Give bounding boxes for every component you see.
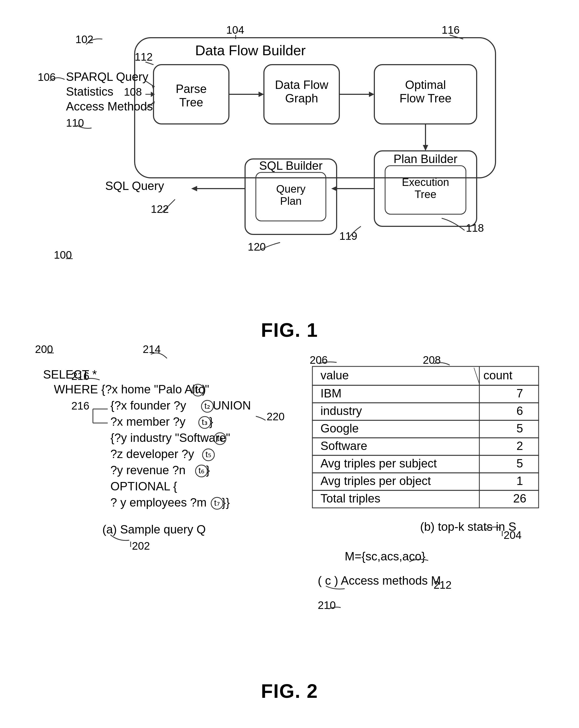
parse-tree-label: Parse [176,82,207,95]
ref-212: 212 [434,579,451,591]
ref-216b: 216 [72,400,89,412]
ref-116: 116 [442,24,460,36]
query-plan-label2: Plan [280,195,302,207]
ref-204: 204 [504,529,522,541]
t1: t₁ [195,385,201,394]
union-label: UNION [213,399,251,412]
optimal-flow-tree-label: Optimal [405,78,446,91]
svg-rect-41 [312,385,539,403]
t6: t₆ [198,466,204,475]
caption-c: ( c ) Access methods M [318,574,441,587]
data-flow-builder-label: Data Flow Builder [195,43,306,58]
execution-tree-label2: Tree [415,188,437,200]
t7: t₇ [214,498,220,508]
row2-val: industry [321,404,362,417]
ref-206: 206 [310,354,328,366]
row2-count: 6 [517,404,523,417]
data-flow-graph-label2: Graph [285,92,318,105]
row7-val: Total triples [321,492,381,505]
ref-106: 106 [38,71,56,83]
ref-220: 220 [267,411,285,422]
select-line: SELECT * [43,368,97,381]
fig1-container: 102 104 116 Data Flow Builder 112 Parse … [22,16,557,326]
ref-119: 119 [339,230,357,242]
svg-marker-18 [423,145,428,151]
sql-builder-label: SQL Builder [259,159,323,172]
t3: t₃ [202,417,208,427]
svg-marker-26 [191,186,197,191]
svg-marker-6 [258,92,264,97]
caption-b: (b) top-k stats in S [420,520,516,533]
fig2-label: FIG. 2 [22,680,557,702]
ref-118: 118 [466,222,484,234]
ref-202: 202 [132,540,150,552]
optional-line: OPTIONAL { [110,479,177,493]
row5-val: Avg triples per subject [321,457,437,470]
ref-120: 120 [248,241,266,253]
plan-builder-label: Plan Builder [393,152,457,165]
brace6: } [206,463,210,477]
row7-count: 26 [513,492,526,505]
svg-marker-9 [369,92,374,97]
query-plan-label: Query [276,183,306,195]
ref-108: 108 [124,86,142,98]
row1-count: 7 [517,387,523,400]
ref-210: 210 [318,599,336,611]
end-braces: }} [222,496,230,509]
svg-marker-14 [151,92,155,97]
t2: t₂ [204,401,210,411]
where-line: WHERE {?x home "Palo Alto" [54,383,209,396]
page: 102 104 116 Data Flow Builder 112 Parse … [0,0,579,728]
brace1: ) [202,383,206,396]
row5-count: 5 [517,457,523,470]
brace3: } [209,415,213,428]
svg-line-49 [474,368,479,384]
access-methods-value: M={sc,acs,aco} [345,550,425,563]
row4-val: Software [321,439,367,452]
optimal-flow-tree-label2: Flow Tree [399,92,451,105]
parse-tree-label2: Tree [180,96,203,109]
caption-a: (a) Sample query Q [102,523,206,536]
fig2-container: 200 214 216 SELECT * WHERE {?x home "Pal… [22,337,557,687]
t4: t₄ [217,433,223,443]
data-flow-graph-label: Data Flow [275,78,328,91]
access-methods-label: Access Methods [66,100,153,113]
employees-line: ? y employees ?m [110,496,206,509]
col1-header: value [321,369,349,382]
row4-count: 2 [517,439,523,452]
row6-val: Avg triples per object [321,474,431,487]
row3-count: 5 [517,422,523,435]
row6-count: 1 [517,474,523,487]
col2-header: count [484,369,513,382]
member-line: ?x member ?y [110,415,186,428]
ref-102: 102 [75,33,93,45]
ref-104: 104 [226,24,244,36]
row3-val: Google [321,422,359,435]
ref-122: 122 [151,203,169,215]
sparql-query-label: SPARQL Query [66,70,148,83]
revenue-line: ?y revenue ?n [110,463,186,477]
statistics-label: Statistics [66,85,113,98]
ref-112: 112 [135,51,153,63]
sql-query-label: SQL Query [105,179,164,192]
industry-line: {?y industry "Software" [110,431,230,444]
developer-line: ?z developer ?y [110,447,194,461]
row1-val: IBM [321,387,341,400]
ref-208: 208 [423,354,441,366]
t5: t₅ [205,449,212,459]
founder-line: {?x founder ?y [110,399,186,412]
execution-tree-label: Execution [402,176,449,188]
